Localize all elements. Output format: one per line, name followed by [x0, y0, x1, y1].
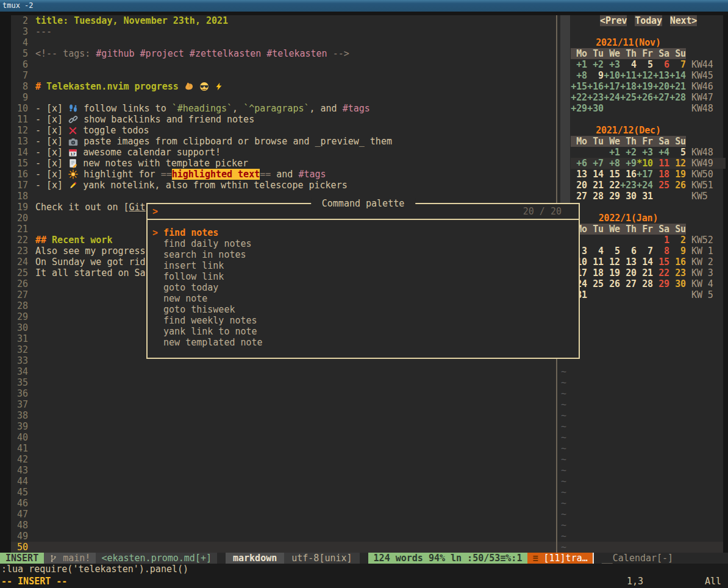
calendar-day[interactable]: +4 [653, 147, 669, 158]
calendar-day[interactable]: 2 [669, 235, 686, 246]
calendar-day[interactable]: 7 [637, 246, 653, 257]
scrollbar-thumb[interactable] [560, 15, 570, 203]
calendar-prev-button[interactable]: <Prev [600, 15, 627, 26]
calendar-day[interactable]: +28 [669, 92, 686, 103]
calendar-today-button[interactable]: Today [635, 15, 662, 26]
calendar-day[interactable]: +8 [571, 70, 587, 81]
calendar-day[interactable]: +9 [620, 158, 637, 169]
calendar-day[interactable]: 9 [587, 70, 604, 81]
calendar-day[interactable]: +1 [604, 147, 620, 158]
calendar-day[interactable]: +7 [587, 158, 604, 169]
editor-line[interactable]: 42 [11, 454, 723, 465]
calendar-day[interactable]: +8 [604, 158, 620, 169]
calendar-day[interactable]: +24 [637, 180, 653, 191]
editor-line[interactable]: 38 [11, 410, 723, 421]
palette-item[interactable]: goto thisweek [148, 304, 579, 315]
calendar-day[interactable]: +11 [620, 70, 637, 81]
palette-item[interactable]: insert link [148, 260, 579, 271]
calendar-day[interactable]: 31 [637, 191, 653, 202]
calendar-day[interactable]: 19 [669, 169, 686, 180]
calendar-day[interactable]: 5 [604, 246, 620, 257]
calendar-day[interactable]: +22 [571, 92, 587, 103]
calendar-day[interactable]: 4 [620, 59, 637, 70]
calendar-day[interactable]: 29 [604, 191, 620, 202]
editor-line[interactable]: 39 [11, 421, 723, 432]
calendar-day[interactable]: 16 [620, 169, 637, 180]
calendar-day[interactable]: 28 [637, 278, 653, 289]
calendar-day[interactable]: 7 [669, 59, 686, 70]
calendar-day[interactable]: 25 [587, 278, 604, 289]
editor-line[interactable]: 43 [11, 465, 723, 476]
calendar-day[interactable]: +23 [587, 92, 604, 103]
calendar-day[interactable]: 4 [587, 246, 604, 257]
calendar-day[interactable]: 29 [653, 278, 669, 289]
calendar-day[interactable]: +25 [620, 92, 637, 103]
palette-item[interactable]: new templated note [148, 337, 579, 348]
calendar-day[interactable]: 22 [604, 180, 620, 191]
calendar-day[interactable]: 1 [653, 235, 669, 246]
calendar-day[interactable]: +20 [653, 81, 669, 92]
calendar-day[interactable]: 6 [653, 59, 669, 70]
palette-item[interactable]: > find notes [148, 227, 579, 238]
palette-item[interactable]: new note [148, 293, 579, 304]
calendar-day[interactable]: 27 [620, 278, 637, 289]
calendar-day[interactable]: +3 [637, 147, 653, 158]
calendar-day[interactable]: 16 [669, 257, 686, 267]
calendar-day[interactable]: +12 [637, 70, 653, 81]
calendar-day[interactable]: 19 [604, 267, 620, 278]
calendar-day[interactable]: 21 [587, 180, 604, 191]
calendar-day[interactable]: +24 [604, 92, 620, 103]
calendar-day[interactable]: 30 [620, 191, 637, 202]
calendar-day[interactable]: +10 [604, 70, 620, 81]
calendar-day[interactable]: +1 [571, 59, 587, 70]
calendar-day[interactable]: +21 [669, 81, 686, 92]
calendar-day[interactable]: +23 [620, 180, 637, 191]
editor-line[interactable]: 48 [11, 520, 723, 531]
calendar-day[interactable]: +2 [587, 59, 604, 70]
calendar-day[interactable]: 20 [571, 180, 587, 191]
calendar-pane[interactable]: <PrevTodayNext>2021/11(Nov)MoTuWeThFrSaS… [571, 15, 726, 300]
calendar-day[interactable]: +6 [571, 158, 587, 169]
calendar-day[interactable]: +29 [571, 103, 587, 114]
calendar-day[interactable]: 5 [637, 59, 653, 70]
calendar-day[interactable]: +3 [604, 59, 620, 70]
editor-line[interactable]: 46 [11, 498, 723, 509]
editor-line[interactable]: 47 [11, 509, 723, 520]
palette-item[interactable]: find daily notes [148, 238, 579, 249]
calendar-day[interactable]: 27 [571, 191, 587, 202]
editor-line[interactable]: 45 [11, 487, 723, 498]
calendar-day[interactable]: 28 [587, 191, 604, 202]
editor-line[interactable]: 49 [11, 531, 723, 542]
palette-item[interactable]: goto today [148, 282, 579, 293]
calendar-next-button[interactable]: Next> [670, 15, 697, 26]
calendar-day[interactable]: 26 [604, 278, 620, 289]
calendar-day[interactable]: 18 [587, 267, 604, 278]
calendar-day[interactable]: 20 [620, 267, 637, 278]
calendar-day[interactable]: +26 [637, 92, 653, 103]
calendar-day[interactable]: 14 [637, 257, 653, 267]
palette-item[interactable]: search in notes [148, 249, 579, 260]
editor-line[interactable]: 37 [11, 399, 723, 410]
calendar-day[interactable]: 15 [653, 257, 669, 267]
calendar-day[interactable]: 15 [604, 169, 620, 180]
palette-item[interactable]: find weekly notes [148, 315, 579, 326]
calendar-day[interactable]: 23 [669, 267, 686, 278]
editor-line[interactable]: 41 [11, 443, 723, 454]
palette-item[interactable]: yank link to note [148, 326, 579, 337]
calendar-day[interactable]: +16 [587, 81, 604, 92]
calendar-day[interactable]: 13 [620, 257, 637, 267]
palette-item[interactable]: follow link [148, 271, 579, 282]
calendar-day[interactable]: +27 [653, 92, 669, 103]
calendar-day[interactable]: 12 [669, 158, 686, 169]
editor-line[interactable]: 50 [11, 542, 723, 553]
calendar-day[interactable]: +30 [587, 103, 604, 114]
calendar-day[interactable]: +13 [653, 70, 669, 81]
editor-line[interactable]: 40 [11, 432, 723, 443]
calendar-day[interactable]: 30 [669, 278, 686, 289]
calendar-day[interactable]: +18 [620, 81, 637, 92]
calendar-day[interactable]: 11 [587, 257, 604, 267]
calendar-day[interactable]: 11 [653, 158, 669, 169]
editor-line[interactable]: 44 [11, 476, 723, 487]
calendar-day[interactable]: +17 [604, 81, 620, 92]
calendar-day[interactable]: +19 [637, 81, 653, 92]
